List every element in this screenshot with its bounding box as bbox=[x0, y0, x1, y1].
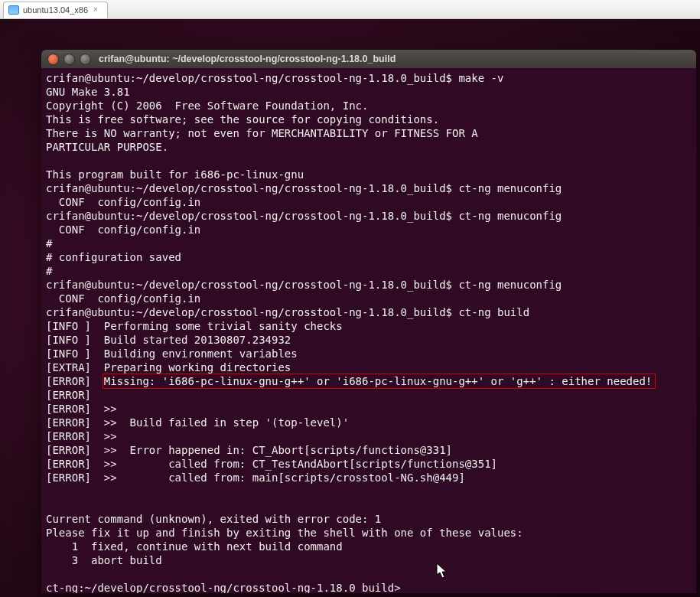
terminal-line: ct-ng:~/develop/crosstool-ng/crosstool-n… bbox=[46, 581, 692, 593]
terminal-line: crifan@ubuntu:~/develop/crosstool-ng/cro… bbox=[46, 71, 692, 85]
window-maximize-button[interactable] bbox=[80, 54, 91, 65]
terminal-line: PARTICULAR PURPOSE. bbox=[46, 140, 692, 154]
terminal-title: crifan@ubuntu: ~/develop/crosstool-ng/cr… bbox=[99, 54, 690, 64]
terminal-line: Current command (unknown), exited with e… bbox=[46, 512, 692, 526]
terminal-line: This is free software; see the source fo… bbox=[46, 113, 692, 126]
vm-tab[interactable]: ubuntu13.04_x86 × bbox=[3, 2, 108, 18]
terminal-line bbox=[46, 484, 692, 498]
terminal-line: # bbox=[46, 264, 692, 278]
guest-desktop: crifan@ubuntu: ~/develop/crosstool-ng/cr… bbox=[0, 19, 700, 597]
terminal-line: Copyright (C) 2006 Free Software Foundat… bbox=[46, 99, 692, 113]
terminal-window: crifan@ubuntu: ~/develop/crosstool-ng/cr… bbox=[41, 50, 696, 593]
terminal-body[interactable]: crifan@ubuntu:~/develop/crosstool-ng/cro… bbox=[41, 68, 696, 593]
window-close-button[interactable] bbox=[47, 54, 59, 65]
terminal-line: 3 abort build bbox=[46, 553, 692, 567]
terminal-line: crifan@ubuntu:~/develop/crosstool-ng/cro… bbox=[46, 209, 692, 223]
window-minimize-button[interactable] bbox=[63, 54, 75, 65]
terminal-titlebar[interactable]: crifan@ubuntu: ~/develop/crosstool-ng/cr… bbox=[41, 50, 696, 68]
terminal-line: Please fix it up and finish by exiting t… bbox=[46, 526, 692, 540]
terminal-line: [INFO ] Build started 20130807.234932 bbox=[46, 333, 692, 347]
terminal-line: [INFO ] Performing some trivial sanity c… bbox=[46, 319, 692, 333]
terminal-line bbox=[46, 154, 692, 168]
terminal-line: crifan@ubuntu:~/develop/crosstool-ng/cro… bbox=[46, 305, 692, 319]
terminal-line: [ERROR] >> bbox=[46, 402, 692, 416]
terminal-line: This program built for i686-pc-linux-gnu bbox=[46, 168, 692, 181]
host-tabstrip: ubuntu13.04_x86 × bbox=[0, 0, 700, 19]
terminal-line: CONF config/config.in bbox=[46, 195, 692, 209]
terminal-line: # bbox=[46, 237, 692, 250]
terminal-line: [ERROR] bbox=[46, 388, 692, 402]
terminal-line: [ERROR] >> Error happened in: CT_Abort[s… bbox=[46, 443, 692, 457]
terminal-line: [ERROR] >> called from: CT_TestAndAbort[… bbox=[46, 457, 692, 471]
terminal-line: crifan@ubuntu:~/develop/crosstool-ng/cro… bbox=[46, 278, 692, 292]
terminal-line: # configuration saved bbox=[46, 250, 692, 264]
terminal-line: [ERROR] >> bbox=[46, 429, 692, 443]
terminal-line: [INFO ] Building environment variables bbox=[46, 347, 692, 360]
terminal-line: GNU Make 3.81 bbox=[46, 85, 692, 99]
terminal-line: 1 fixed, continue with next build comman… bbox=[46, 540, 692, 553]
terminal-line: CONF config/config.in bbox=[46, 223, 692, 237]
tab-close-icon[interactable]: × bbox=[92, 6, 99, 14]
terminal-line: [ERROR] >> called from: main[scripts/cro… bbox=[46, 471, 692, 484]
monitor-icon bbox=[8, 5, 19, 15]
terminal-line: [ERROR] >> Build failed in step '(top-le… bbox=[46, 416, 692, 429]
terminal-line bbox=[46, 498, 692, 512]
terminal-line bbox=[46, 567, 692, 581]
vm-tab-label: ubuntu13.04_x86 bbox=[23, 5, 88, 15]
terminal-line: CONF config/config.in bbox=[46, 292, 692, 305]
terminal-line: There is NO warranty; not even for MERCH… bbox=[46, 126, 692, 140]
terminal-line: [EXTRA] Preparing working directories bbox=[46, 360, 692, 374]
terminal-line: crifan@ubuntu:~/develop/crosstool-ng/cro… bbox=[46, 181, 692, 195]
terminal-line: [ERROR] Missing: 'i686-pc-linux-gnu-g++'… bbox=[46, 374, 692, 388]
